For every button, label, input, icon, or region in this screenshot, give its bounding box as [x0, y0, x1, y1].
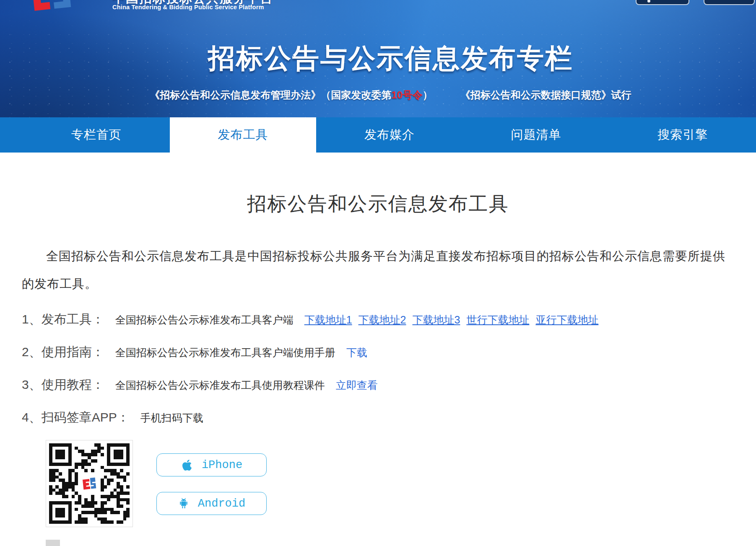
item-links: 下载地址1下载地址2下载地址3世行下载地址亚行下载地址 — [304, 318, 605, 325]
view-now-link[interactable]: 立即查看 — [336, 379, 378, 391]
banner-subtitle: 《招标公告和公示信息发布管理办法》（国家发改委第10号令）《招标公告和公示数据接… — [25, 88, 756, 102]
tab-issue-list[interactable]: 问题清单 — [463, 117, 610, 153]
main-content: 招标公告和公示信息发布工具 全国招标公告和公示信息发布工具是中国招标投标公共服务… — [0, 191, 756, 527]
main-nav: 专栏首页 发布工具 发布媒介 问题清单 搜索引擎 — [0, 117, 756, 153]
header-cutoff-button-left[interactable] — [636, 0, 689, 5]
tab-publish-tool[interactable]: 发布工具 — [170, 117, 317, 153]
item-desc: 全国招标公告公示标准发布工具客户端使用手册 — [115, 347, 335, 358]
subtitle-part1: 《招标公告和公示信息发布管理办法》（国家发改委第 — [150, 89, 391, 101]
store-buttons: iPhone Android — [156, 440, 267, 527]
android-download-button[interactable]: Android — [156, 492, 267, 515]
site-logo-icon — [33, 0, 73, 18]
subtitle-red-text: 10号令 — [391, 89, 423, 101]
list-item-tutorial: 3、使用教程：全国招标公告公示标准发布工具使用教程课件立即查看 — [22, 375, 734, 396]
subtitle-part3: 《招标公告和公示数据接口规范》试行 — [460, 89, 631, 101]
banner-titles: 招标公告与公示信息发布专栏 《招标公告和公示信息发布管理办法》（国家发改委第10… — [0, 40, 756, 102]
android-icon — [178, 497, 190, 510]
list-item-signature-app: 4、扫码签章APP：手机扫码下载 — [22, 408, 734, 429]
tab-search-engine[interactable]: 搜索引擎 — [609, 117, 756, 153]
tab-column-home[interactable]: 专栏首页 — [23, 117, 170, 153]
header-cutoff-button-icon — [647, 0, 650, 3]
iphone-button-label: iPhone — [202, 459, 242, 471]
qr-code — [46, 440, 133, 527]
intro-paragraph: 全国招标公告和公示信息发布工具是中国招标投标公共服务平台为满足直接发布招标项目的… — [22, 242, 734, 298]
apple-icon — [181, 459, 193, 471]
item-label: 4、扫码签章APP： — [22, 410, 130, 424]
cutoff-bottom-element — [46, 540, 60, 546]
item-label: 2、使用指南： — [22, 345, 104, 359]
subtitle-part2: ） — [423, 89, 433, 101]
worldbank-download-link[interactable]: 世行下载地址 — [466, 314, 529, 326]
item-label: 3、使用教程： — [22, 378, 104, 391]
item-label: 1、发布工具： — [22, 312, 104, 326]
qr-center-logo-icon — [78, 472, 101, 495]
download-link-3[interactable]: 下载地址3 — [413, 314, 460, 326]
item-desc: 全国招标公告公示标准发布工具客户端 — [115, 314, 294, 326]
manual-download-link[interactable]: 下载 — [346, 347, 367, 358]
download-link-2[interactable]: 下载地址2 — [359, 314, 406, 326]
nav-tabs: 专栏首页 发布工具 发布媒介 问题清单 搜索引擎 — [23, 117, 756, 153]
qr-download-section: iPhone Android — [46, 440, 734, 527]
item-links: 下载 — [346, 350, 374, 357]
list-item-publish-tool: 1、发布工具：全国招标公告公示标准发布工具客户端下载地址1下载地址2下载地址3世… — [22, 310, 734, 331]
banner: 中国招标投标公共服务平台 China Tendering & Bidding P… — [0, 0, 756, 117]
adb-download-link[interactable]: 亚行下载地址 — [535, 314, 598, 326]
download-link-1[interactable]: 下载地址1 — [304, 314, 352, 326]
header-cutoff-button-right[interactable] — [704, 0, 755, 5]
banner-title: 招标公告与公示信息发布专栏 — [25, 40, 756, 77]
page-title: 招标公告和公示信息发布工具 — [22, 191, 734, 217]
tab-publish-media[interactable]: 发布媒介 — [316, 117, 463, 153]
item-desc: 手机扫码下载 — [140, 412, 203, 424]
android-button-label: Android — [198, 497, 245, 510]
brand: 中国招标投标公共服务平台 China Tendering & Bidding P… — [33, 0, 284, 34]
iphone-download-button[interactable]: iPhone — [156, 453, 267, 476]
item-desc: 全国招标公告公示标准发布工具使用教程课件 — [115, 379, 325, 391]
item-links: 立即查看 — [336, 383, 384, 390]
list-item-user-guide: 2、使用指南：全国招标公告公示标准发布工具客户端使用手册下载 — [22, 342, 734, 364]
site-name-en: China Tendering & Bidding Public Service… — [112, 4, 264, 10]
